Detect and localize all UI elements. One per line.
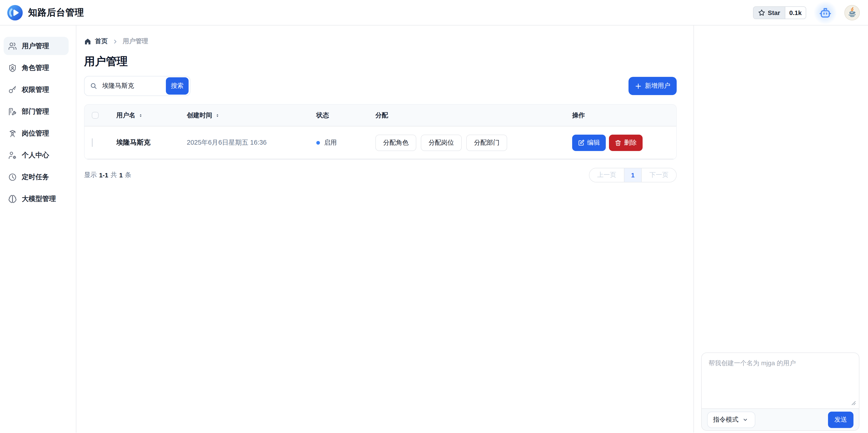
header-actions: Star 0.1k (753, 1, 860, 24)
home-icon (84, 38, 91, 45)
user-gear-icon (8, 151, 17, 160)
row-actions: 编辑 删除 (572, 135, 676, 151)
trash-icon (615, 139, 621, 146)
assign-position-button[interactable]: 分配岗位 (421, 135, 462, 151)
assistant-panel: 指令模式 发送 (694, 26, 868, 433)
clock-icon (8, 173, 17, 181)
chevron-right-icon (112, 38, 118, 45)
sidebar-item-label: 定时任务 (22, 173, 49, 181)
sidebar-item-users[interactable]: 用户管理 (4, 37, 69, 55)
app-root: 知路后台管理 Star 0.1k (0, 0, 868, 433)
chat-card: 指令模式 发送 (701, 352, 859, 431)
graduate-user-icon (8, 129, 17, 138)
star-label: Star (768, 9, 780, 16)
table-row: 埃隆马斯克 2025年6月6日星期五 16:36 启用 分配角色 分配岗位 分配… (85, 126, 676, 159)
delete-button[interactable]: 删除 (609, 135, 643, 151)
github-star-widget[interactable]: Star 0.1k (753, 6, 806, 19)
add-user-label: 新增用户 (645, 82, 670, 90)
send-button[interactable]: 发送 (828, 411, 854, 428)
page-title: 用户管理 (84, 55, 693, 68)
column-header-status: 状态 (309, 111, 368, 119)
sidebar-item-permissions[interactable]: 权限管理 (4, 81, 69, 99)
sidebar-item-departments[interactable]: 部门管理 (4, 102, 69, 120)
sidebar-item-roles[interactable]: 角色管理 (4, 59, 69, 77)
status-label: 启用 (324, 139, 337, 147)
edit-button[interactable]: 编辑 (572, 135, 606, 151)
star-count: 0.1k (785, 7, 806, 19)
row-checkbox[interactable] (92, 138, 93, 147)
top-header: 知路后台管理 Star 0.1k (0, 0, 868, 26)
sidebar-item-positions[interactable]: 岗位管理 (4, 124, 69, 142)
chevron-down-icon (743, 417, 748, 422)
add-user-button[interactable]: 新增用户 (628, 77, 677, 95)
department-wrench-icon (8, 107, 17, 116)
pagination-controls: 上一页 1 下一页 (589, 168, 677, 182)
chat-input[interactable] (702, 353, 859, 408)
users-icon (8, 41, 17, 50)
next-page-button[interactable]: 下一页 (642, 168, 676, 182)
chat-footer: 指令模式 发送 (702, 408, 859, 430)
assign-button-group: 分配角色 分配岗位 分配部门 (375, 135, 565, 151)
sidebar-item-label: 权限管理 (22, 85, 49, 94)
sort-username-icon[interactable] (138, 112, 143, 119)
breadcrumb-home-label: 首页 (95, 37, 108, 46)
plus-icon (635, 83, 642, 89)
sidebar-item-label: 个人中心 (22, 151, 49, 160)
mode-select[interactable]: 指令模式 (707, 411, 755, 428)
current-page-button[interactable]: 1 (624, 168, 642, 182)
breadcrumb-home-link[interactable]: 首页 (84, 37, 108, 46)
delete-label: 删除 (624, 139, 637, 147)
prev-page-button[interactable]: 上一页 (589, 168, 624, 182)
shield-user-icon (8, 63, 17, 72)
toolbar: 搜索 新增用户 (84, 76, 677, 96)
sidebar-item-label: 部门管理 (22, 107, 49, 116)
sidebar-item-label: 岗位管理 (22, 129, 49, 138)
sidebar-item-profile[interactable]: 个人中心 (4, 146, 69, 164)
edit-pencil-icon (578, 139, 584, 146)
star-icon (758, 9, 765, 16)
search-button[interactable]: 搜索 (166, 77, 189, 95)
assistant-robot-icon[interactable] (813, 1, 837, 24)
breadcrumb: 首页 用户管理 (84, 37, 693, 46)
row-created-at: 2025年6月6日星期五 16:36 (180, 138, 309, 147)
sidebar-nav: 用户管理 角色管理 权限管理 (0, 26, 76, 433)
breadcrumb-current: 用户管理 (123, 37, 148, 46)
column-header-actions: 操作 (565, 111, 676, 119)
main-content: 首页 用户管理 用户管理 搜索 (76, 26, 694, 433)
app-logo-icon (7, 5, 23, 20)
row-username: 埃隆马斯克 (109, 138, 180, 147)
brain-icon (8, 195, 17, 203)
status-badge: 启用 (316, 139, 368, 147)
table-header-row: 用户名 创建时间 状态 分配 操作 (85, 105, 676, 126)
assign-role-button[interactable]: 分配角色 (375, 135, 416, 151)
sidebar-item-llm[interactable]: 大模型管理 (4, 190, 69, 208)
users-table: 用户名 创建时间 状态 分配 操作 (84, 104, 677, 160)
key-icon (8, 85, 17, 94)
pagination-row: 显示1-1共1条 上一页 1 下一页 (84, 168, 677, 182)
results-summary: 显示1-1共1条 (84, 171, 131, 179)
search-icon (90, 82, 97, 90)
status-dot-icon (316, 141, 320, 144)
user-avatar-java[interactable] (844, 5, 860, 20)
sidebar-item-scheduled-tasks[interactable]: 定时任务 (4, 168, 69, 186)
assign-department-button[interactable]: 分配部门 (466, 135, 507, 151)
sidebar-item-label: 大模型管理 (22, 195, 56, 203)
app-title: 知路后台管理 (28, 6, 84, 19)
sidebar-item-label: 用户管理 (22, 41, 49, 50)
edit-label: 编辑 (587, 139, 600, 147)
column-header-assign: 分配 (368, 111, 565, 119)
sidebar-item-label: 角色管理 (22, 63, 49, 72)
sort-created-at-icon[interactable] (215, 112, 219, 119)
select-all-checkbox[interactable] (92, 112, 99, 119)
column-header-username: 用户名 (109, 111, 180, 119)
mode-select-value: 指令模式 (713, 415, 739, 424)
column-header-created-at: 创建时间 (180, 111, 309, 119)
search-box: 搜索 (84, 76, 190, 96)
search-input[interactable] (101, 82, 160, 90)
